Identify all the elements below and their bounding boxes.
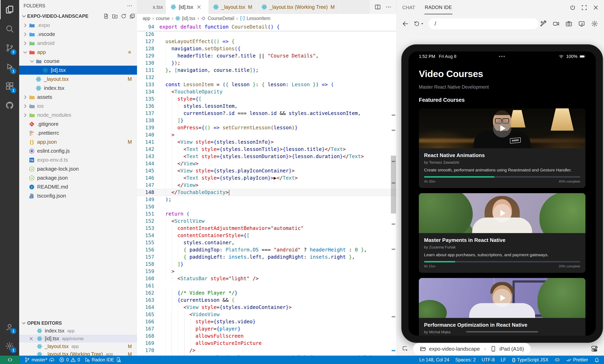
home-indicator[interactable] [466, 331, 538, 332]
code-line-161[interactable]: 161 [137, 282, 396, 289]
tree-item-node_modules[interactable]: node_modules [19, 110, 137, 120]
tab-[id].tsx[interactable]: [id].tsx [166, 0, 209, 14]
code-line-143[interactable]: 143 <Text style={styles.lessonDuration}>… [137, 153, 396, 160]
code-line-141[interactable]: 141 <View style={styles.lessonInfo}> [137, 138, 396, 146]
code-line-137[interactable]: 137 currentLesson?.id === lesson.id && s… [137, 110, 396, 117]
tree-item-eslint.config.js[interactable]: eslint.config.js [19, 146, 137, 156]
code-line-132[interactable]: 132 [137, 74, 396, 81]
code-line-142[interactable]: 142 <Text style={styles.lessonTitle}>{le… [137, 146, 396, 153]
url-bar[interactable]: / [429, 18, 539, 29]
notifications-item[interactable] [594, 357, 600, 363]
editor-more-actions-icon[interactable] [385, 4, 392, 10]
tab-chat[interactable]: CHAT [402, 1, 416, 14]
debug-activity-button[interactable]: 1 [0, 58, 19, 77]
cursor-position-item[interactable]: Ln 148, Col 24 [419, 357, 449, 363]
extensions-activity-button[interactable]: 1 [0, 77, 19, 96]
new-folder-icon[interactable] [112, 13, 118, 19]
code-line-146[interactable]: 146 <Text style={styles.playIcon}>▶</Tex… [137, 174, 396, 182]
code-line-145[interactable]: 145 <View style={styles.playIconContaine… [137, 167, 396, 174]
code-line-133[interactable]: 133 const LessonItem = ({ lesson }: { le… [137, 81, 396, 88]
indentation-item[interactable]: Spaces: 2 [455, 357, 476, 363]
tree-item-.expo[interactable]: .expo [19, 21, 137, 30]
tree-item-assets[interactable]: assets [19, 93, 137, 102]
git-branch-item[interactable]: master* [24, 357, 54, 363]
course-card[interactable]: Master Payments in React Nativeby Zuzann… [419, 193, 585, 273]
code-line-131[interactable]: 131 }, [navigation, course.title]); [137, 67, 396, 74]
tree-item-package.json[interactable]: JSpackage.json [19, 173, 137, 182]
code-line-151[interactable]: 151 return ( [137, 210, 396, 218]
code-line-149[interactable]: 149 ); [137, 196, 396, 203]
split-editor-icon[interactable] [375, 4, 381, 10]
code-line-164[interactable]: 164 <View style={styles.videoContainer}> [137, 304, 396, 311]
code-line-128[interactable]: 128 navigation.setOptions({ [137, 45, 396, 52]
code-line-147[interactable]: 147 </View> [137, 182, 396, 189]
tab-_layout.tsx (Working Tree)[interactable]: _layout.tsx (Working Tree)M [257, 0, 339, 14]
code-line-165[interactable]: 165 <VideoView [137, 311, 396, 318]
refresh-explorer-icon[interactable] [121, 13, 127, 19]
code-line-126[interactable]: 126 [137, 31, 396, 38]
panel-settings-icon[interactable] [591, 20, 598, 27]
back-icon[interactable] [402, 20, 409, 27]
close-panel-icon[interactable] [593, 4, 599, 11]
course-card[interactable]: swm React Native Animationsby Tomasz Zaw… [419, 108, 585, 188]
power-icon[interactable] [569, 4, 576, 11]
video-thumbnail[interactable] [419, 193, 585, 233]
remote-indicator[interactable] [0, 356, 20, 364]
tree-item-expo-env.d.ts[interactable]: TSexpo-env.d.ts [19, 156, 137, 164]
open-editor-[id].tsx[interactable]: [id].tsxapp/course [19, 335, 137, 342]
editor-scrollbar[interactable] [390, 31, 396, 356]
breadcrumb-app[interactable]: app [143, 16, 150, 21]
new-file-icon[interactable] [103, 13, 109, 19]
code-editor[interactable]: 126127 useLayoutEffect(() => {128 naviga… [137, 31, 396, 356]
language-item[interactable]: {}TypeScript JSX [512, 357, 548, 363]
play-button[interactable] [493, 119, 511, 137]
code-line-127[interactable]: 127 useLayoutEffect(() => { [137, 38, 396, 45]
tree-item-app.json[interactable]: { }app.jsonM [19, 137, 137, 146]
tree-item-app[interactable]: app [19, 48, 137, 57]
code-line-135[interactable]: 135 style={[ [137, 95, 396, 103]
code-line-162[interactable]: 162 {/* Video Player */} [137, 289, 396, 297]
copilot-item[interactable] [554, 357, 560, 363]
breadcrumb-CourseDetail[interactable]: CourseDetail [201, 16, 234, 21]
course-card[interactable]: Performance Optimization in React Native… [419, 278, 585, 336]
code-line-152[interactable]: 152 <ScrollView [137, 218, 396, 225]
code-line-153[interactable]: 153 contentInsetAdjustmentBehavior="auto… [137, 225, 396, 232]
code-line-157[interactable]: 157 { paddingLeft: insets.left, paddingR… [137, 254, 396, 261]
code-line-148[interactable]: 148 </TouchableOpacity> [137, 189, 396, 196]
code-line-166[interactable]: 166 style={styles.video} [137, 318, 396, 325]
screen-record-icon[interactable] [553, 20, 559, 27]
code-line-159[interactable]: 159 > [137, 268, 396, 275]
tree-item-.gitignore[interactable]: .gitignore [19, 120, 137, 129]
collapse-folders-icon[interactable] [129, 13, 135, 19]
tree-item-README.md[interactable]: iREADME.md [19, 182, 137, 191]
problems-item[interactable]: 0 0 [59, 357, 80, 363]
video-thumbnail[interactable] [419, 278, 585, 318]
device-appearance-icon[interactable] [591, 345, 598, 353]
account-button[interactable]: 1 [0, 317, 19, 337]
device-selector[interactable]: expo-video-landscape › iPad (A16) [413, 343, 531, 355]
code-line-150[interactable]: 150 [137, 203, 396, 210]
code-line-167[interactable]: 167 player={player} [137, 325, 396, 332]
code-line-136[interactable]: 136 styles.lessonItem, [137, 103, 396, 110]
code-line-130[interactable]: 130 }); [137, 60, 396, 67]
debugger-devtools-icon[interactable] [578, 20, 585, 27]
prettier-item[interactable]: Prettier [566, 357, 588, 363]
open-editor-_layout.tsx[interactable]: _layout.tsxappM [19, 342, 137, 350]
element-inspector-icon[interactable] [402, 345, 409, 352]
code-line-129[interactable]: 129 headerTitle: course?.title || "Cours… [137, 52, 396, 60]
tree-item-.vscode[interactable]: .vscode [19, 30, 137, 39]
code-line-171[interactable]: 171 <Text style={styles.currentLessonTit… [137, 354, 396, 356]
reload-dropdown-icon[interactable] [420, 22, 424, 26]
github-activity-button[interactable] [0, 96, 19, 115]
project-root-row[interactable]: EXPO-VIDEO-LANDSCAPE [19, 12, 137, 21]
open-editor-_layout.tsx (Working Tree)[interactable]: _layout.tsx (Working Tree)appM [19, 350, 137, 356]
code-line-168[interactable]: 168 allowsFullscreen [137, 332, 396, 340]
code-line-139[interactable]: 139 onPress={() => setCurrentLesson(less… [137, 124, 396, 131]
close-tab-icon[interactable] [196, 4, 201, 10]
settings-button[interactable]: 1 [0, 337, 19, 356]
tab-radon-ide[interactable]: RADON IDE [424, 1, 453, 14]
dev-tools-icon[interactable] [540, 20, 547, 27]
video-thumbnail[interactable]: swm [419, 108, 585, 148]
code-line-144[interactable]: 144 </View> [137, 160, 396, 167]
explorer-activity-button[interactable] [0, 0, 19, 19]
